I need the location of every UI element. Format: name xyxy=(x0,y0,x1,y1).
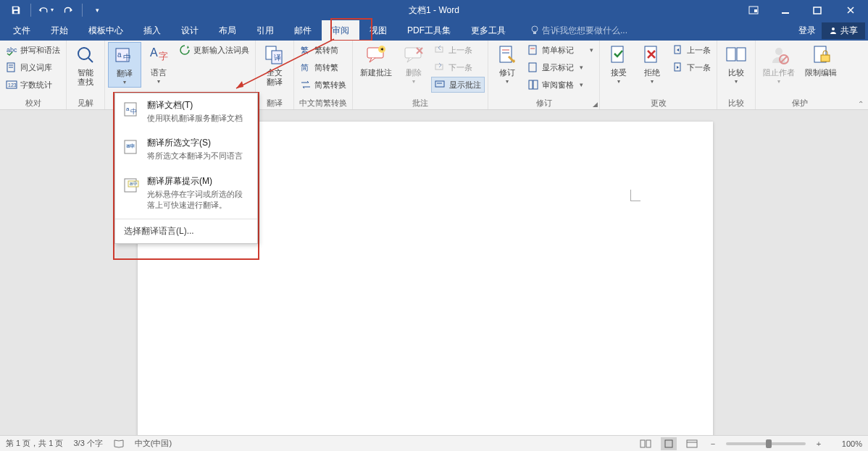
translate-document-item[interactable]: a中 翻译文档(T) 使用联机翻译服务翻译文档 xyxy=(115,93,257,131)
status-language[interactable]: 中文(中国) xyxy=(135,438,172,449)
collapse-ribbon-button[interactable]: ⌃ xyxy=(858,100,864,108)
show-comments-button[interactable]: 显示批注 xyxy=(431,77,485,93)
tab-design[interactable]: 设计 xyxy=(171,20,209,41)
zoom-slider[interactable] xyxy=(726,442,806,445)
svg-point-6 xyxy=(832,28,835,30)
svg-text:✶: ✶ xyxy=(380,46,385,53)
group-label-protect: 保护 xyxy=(756,98,844,109)
reviewing-pane-button[interactable]: 审阅窗格▾ xyxy=(525,77,596,93)
svg-rect-45 xyxy=(727,48,735,61)
smart-lookup-button[interactable]: 智能 查找 xyxy=(70,42,101,88)
prev-icon xyxy=(434,44,446,56)
group-label-insights: 见解 xyxy=(67,98,104,109)
accept-button[interactable]: 接受 ▾ xyxy=(603,42,635,86)
simp-to-trad-button[interactable]: 简简转繁 xyxy=(297,59,349,75)
qat-customize[interactable]: ▾ xyxy=(87,1,107,19)
redo-button[interactable] xyxy=(57,1,78,19)
restrict-icon xyxy=(809,43,832,67)
view-print-button[interactable] xyxy=(661,437,677,450)
status-book-icon[interactable] xyxy=(113,439,125,449)
prev-change-button[interactable]: 上一条 xyxy=(669,42,714,58)
compare-button[interactable]: 比较 ▾ xyxy=(720,42,752,86)
tab-mailings[interactable]: 邮件 xyxy=(284,20,322,41)
new-comment-icon: ✶ xyxy=(364,43,388,67)
group-label-comments: 批注 xyxy=(353,98,488,109)
maximize-button[interactable] xyxy=(801,0,833,20)
status-chars[interactable]: 3/3 个字 xyxy=(73,438,102,449)
translate-screentip-item[interactable]: a中 翻译屏幕提示(M) 光标悬停在字词或所选的段落上可快速进行翻译。 xyxy=(115,169,257,219)
tab-home[interactable]: 开始 xyxy=(41,20,78,41)
view-read-button[interactable] xyxy=(638,437,654,450)
choose-translation-language-item[interactable]: 选择翻译语言(L)... xyxy=(115,219,257,243)
svg-rect-36 xyxy=(529,46,536,54)
reject-button[interactable]: 拒绝 ▾ xyxy=(636,42,668,86)
minimize-button[interactable] xyxy=(769,0,801,20)
tab-insert[interactable]: 插入 xyxy=(133,20,171,41)
thesaurus-button[interactable]: 同义词库 xyxy=(3,59,63,75)
new-comment-button[interactable]: ✶ 新建批注 xyxy=(356,42,396,79)
chinese-conversion-button[interactable]: 简繁转换 xyxy=(297,77,349,93)
share-label: 共享 xyxy=(840,25,858,37)
track-changes-button[interactable]: 修订 ▾ xyxy=(491,42,523,86)
tab-review[interactable]: 审阅 xyxy=(322,20,359,41)
tab-file[interactable]: 文件 xyxy=(3,20,41,41)
prev-comment-button[interactable]: 上一条 xyxy=(431,42,485,58)
tab-references[interactable]: 引用 xyxy=(246,20,284,41)
language-button[interactable]: A字 语言 ▾ xyxy=(143,42,175,86)
next-comment-button[interactable]: 下一条 xyxy=(431,59,485,75)
svg-rect-38 xyxy=(529,63,536,72)
translate-selection-item[interactable]: a中 翻译所选文字(S) 将所选文本翻译为不同语言 xyxy=(115,131,257,169)
tab-templates[interactable]: 模板中心 xyxy=(78,20,133,41)
group-protect: 阻止作者 ▾ 限制编辑 保护 xyxy=(756,41,844,109)
status-page[interactable]: 第 1 页，共 1 页 xyxy=(6,438,63,449)
show-markup-button[interactable]: 显示标记▾ xyxy=(525,59,596,75)
svg-text:字: 字 xyxy=(159,51,168,62)
markup-display-button[interactable]: 简单标记▾ xyxy=(525,42,596,58)
tab-pdf[interactable]: PDF工具集 xyxy=(397,20,461,41)
quick-access-toolbar: ▾ ▾ xyxy=(0,1,107,19)
chevron-down-icon: ▾ xyxy=(157,79,160,85)
block-authors-button[interactable]: 阻止作者 ▾ xyxy=(759,42,799,86)
window-controls xyxy=(738,0,868,20)
share-button[interactable]: 共享 xyxy=(822,22,865,39)
view-web-button[interactable] xyxy=(684,437,700,450)
zoom-level[interactable]: 100% xyxy=(832,439,862,448)
svg-text:a: a xyxy=(117,51,122,59)
translate-dropdown: a中 翻译文档(T) 使用联机翻译服务翻译文档 a中 翻译所选文字(S) 将所选… xyxy=(114,93,258,244)
delete-comment-button[interactable]: 删除 ▾ xyxy=(398,42,430,86)
trad-to-simp-button[interactable]: 繁繁转简 xyxy=(297,42,349,58)
translate-selection-icon: a中 xyxy=(122,138,140,156)
svg-rect-62 xyxy=(640,440,645,447)
wordcount-icon: 123 xyxy=(6,79,17,90)
word-count-button[interactable]: 123字数统计 xyxy=(3,77,63,93)
tab-layout[interactable]: 布局 xyxy=(209,20,246,41)
tell-me-search[interactable]: 告诉我您想要做什么... xyxy=(530,25,627,37)
chevron-down-icon: ▾ xyxy=(123,80,126,85)
save-button[interactable] xyxy=(6,1,26,19)
svg-line-14 xyxy=(88,58,93,62)
login-link[interactable]: 登录 xyxy=(798,25,816,37)
svg-rect-5 xyxy=(533,32,536,34)
translate-icon: a中 xyxy=(113,44,136,67)
svg-rect-29 xyxy=(435,47,443,52)
show-markup-icon xyxy=(527,62,539,73)
chevron-down-icon: ▾ xyxy=(617,79,620,85)
translate-button[interactable]: a中 翻译 ▾ xyxy=(108,42,141,88)
close-button[interactable] xyxy=(833,0,868,20)
dialog-launcher-icon[interactable]: ◢ xyxy=(593,101,598,108)
svg-text:译: 译 xyxy=(274,54,281,62)
next-change-button[interactable]: 下一条 xyxy=(669,59,714,75)
restrict-editing-button[interactable]: 限制编辑 xyxy=(801,42,841,79)
full-translate-button[interactable]: 译 全文 翻译 xyxy=(259,42,291,88)
zoom-in-button[interactable]: + xyxy=(813,439,825,448)
ribbon-options-button[interactable] xyxy=(738,0,769,20)
svg-rect-46 xyxy=(737,48,746,61)
zoom-out-button[interactable]: − xyxy=(707,439,719,448)
update-ime-dict-button[interactable]: 更新输入法词典 xyxy=(176,42,252,58)
chevron-down-icon: ▾ xyxy=(412,79,415,85)
tab-view[interactable]: 视图 xyxy=(359,20,397,41)
tab-more[interactable]: 更多工具 xyxy=(461,20,516,41)
undo-button[interactable]: ▾ xyxy=(36,1,56,19)
spelling-grammar-button[interactable]: abc拼写和语法 xyxy=(3,42,63,58)
group-fulltranslate: 译 全文 翻译 翻译 xyxy=(256,41,294,109)
